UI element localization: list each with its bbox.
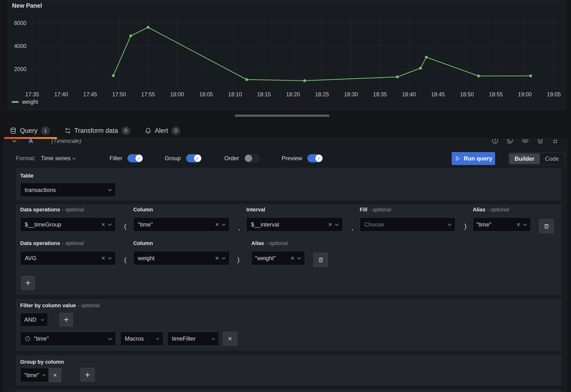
tab-query[interactable]: Query 1 [4, 122, 58, 139]
svg-text:2000: 2000 [14, 66, 27, 72]
svg-text:17:40: 17:40 [54, 91, 68, 98]
remove-groupby-button[interactable]: × [48, 368, 61, 382]
bell-icon [145, 127, 152, 134]
tab-transform-data[interactable]: Transform data 0 [58, 122, 139, 139]
tab-alert[interactable]: Alert 0 [139, 122, 189, 139]
chart-panel: New Panel 20004000600017:3517:4017:4517:… [8, 0, 566, 110]
builder-mode-button[interactable]: Builder [509, 154, 540, 164]
data-operations-select[interactable]: AVG × [20, 251, 116, 265]
tab-count-badge: 0 [171, 127, 180, 135]
svg-text:17:45: 17:45 [83, 91, 97, 98]
chevron-down-icon [108, 256, 112, 260]
order-toggle[interactable]: ✓ [244, 154, 259, 162]
svg-text:18:10: 18:10 [228, 91, 242, 98]
add-groupby-button[interactable]: + [80, 368, 95, 382]
help-icon[interactable] [492, 139, 498, 144]
macros-select[interactable]: Macros [120, 332, 163, 346]
add-select-row-button[interactable]: + [21, 276, 35, 290]
comma: , [350, 220, 355, 235]
trash-icon[interactable] [537, 139, 544, 144]
format-control: Format: Time series [16, 152, 77, 165]
svg-text:18:25: 18:25 [315, 91, 329, 98]
filter-toggle[interactable]: ✓ [128, 154, 143, 162]
chevron-down-icon [297, 256, 301, 260]
svg-text:18:45: 18:45 [431, 91, 445, 98]
close-paren: ) [462, 219, 468, 233]
svg-text:19:00: 19:00 [518, 91, 532, 98]
alias-select[interactable]: "time" × [473, 217, 531, 232]
field-label: Column [133, 240, 229, 247]
panel-title: New Panel [12, 2, 42, 9]
clear-icon[interactable]: × [100, 255, 107, 261]
fill-select[interactable]: Choose [360, 217, 456, 232]
table-section-label: Table [20, 173, 34, 179]
preview-toggle[interactable]: ✓ [307, 154, 323, 162]
clear-icon[interactable]: × [515, 221, 522, 228]
chevron-down-icon[interactable] [13, 139, 16, 142]
trash-icon [544, 223, 549, 229]
filter-column-select[interactable]: "time" [20, 332, 116, 346]
tab-count-badge: 1 [41, 127, 50, 135]
query-ref-id: A [29, 139, 33, 145]
clear-icon[interactable]: × [214, 255, 220, 261]
column-select[interactable]: "time" × [133, 217, 229, 232]
group-toggle[interactable]: ✓ [186, 154, 201, 162]
open-paren: ( [122, 219, 128, 233]
clear-icon[interactable]: × [289, 255, 296, 261]
clear-icon[interactable]: × [327, 221, 333, 228]
timefilter-select[interactable]: timeFilter [167, 332, 219, 346]
tab-label: Transform data [74, 127, 118, 134]
chevron-down-icon [43, 373, 46, 376]
next-section-partial [16, 389, 562, 392]
svg-text:17:35: 17:35 [25, 91, 39, 98]
tab-count-badge: 0 [122, 127, 130, 135]
legend-label: weight [22, 99, 38, 105]
horizontal-scrollbar[interactable] [235, 115, 329, 117]
group-toggle-label: Group [165, 155, 181, 162]
groupby-section-label: Group by column [20, 359, 64, 365]
groupby-column-select[interactable]: "time" [20, 368, 48, 382]
tab-label: Query [20, 127, 38, 134]
format-select[interactable]: Time series [41, 155, 77, 162]
legend-color-swatch [12, 101, 19, 103]
legend-item-weight[interactable]: weight [12, 99, 38, 105]
data-operations-select[interactable]: $__timeGroup × [20, 217, 116, 232]
svg-text:18:40: 18:40 [402, 91, 416, 98]
column-select[interactable]: weight × [133, 251, 229, 265]
run-query-button[interactable]: Run query [452, 152, 495, 165]
clear-icon[interactable]: × [100, 221, 107, 228]
drag-handle-icon[interactable] [552, 139, 558, 144]
query-row-header: A (Timescale) [4, 139, 567, 148]
chevron-down-icon [335, 222, 339, 226]
svg-text:4000: 4000 [14, 43, 27, 49]
chevron-down-icon [108, 188, 112, 191]
remove-row-button[interactable] [539, 219, 554, 233]
eye-icon[interactable] [522, 139, 528, 144]
code-mode-button[interactable]: Code [540, 154, 564, 164]
interval-select[interactable]: $__interval × [246, 217, 343, 232]
add-filter-button[interactable]: + [59, 313, 73, 326]
format-label: Format: [16, 155, 36, 162]
groupby-column-control: "time" × [20, 368, 61, 382]
alias-select[interactable]: "weight" × [251, 251, 305, 265]
chevron-down-icon [212, 337, 215, 340]
chevron-down-icon [72, 156, 76, 160]
editor-tabs: Query 1 Transform data 0 Alert 0 [4, 122, 189, 139]
svg-text:18:05: 18:05 [199, 91, 213, 98]
clear-icon[interactable]: × [214, 221, 220, 228]
groupby-section: Group by column "time" × + [16, 355, 562, 385]
remove-filter-button[interactable]: × [223, 332, 237, 346]
and-operator-select[interactable]: AND [20, 313, 48, 326]
svg-text:17:50: 17:50 [112, 91, 126, 98]
field-label: Data operations- optional [20, 207, 116, 213]
svg-text:18:35: 18:35 [373, 91, 387, 98]
svg-text:18:15: 18:15 [257, 91, 271, 98]
chevron-down-icon [222, 256, 226, 260]
duplicate-icon[interactable] [507, 139, 513, 144]
table-select[interactable]: transactions [20, 183, 116, 197]
field-label: Data operations- optional [20, 240, 116, 247]
remove-row-button[interactable] [313, 253, 328, 267]
field-label: Fill- optional [360, 207, 456, 213]
chevron-down-icon [108, 222, 112, 226]
svg-text:18:50: 18:50 [460, 91, 474, 98]
